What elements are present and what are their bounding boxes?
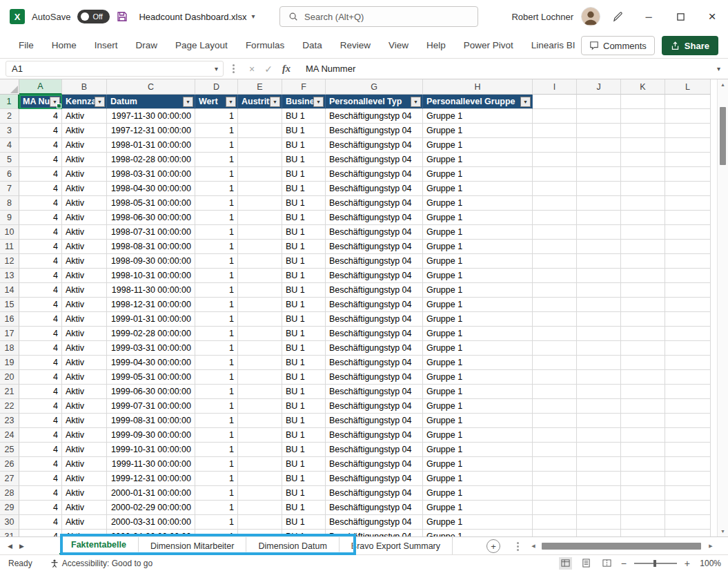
cell[interactable]: 1999-01-31 00:00:00 [107, 312, 195, 327]
ribbon-tab-view[interactable]: View [380, 33, 417, 58]
cell[interactable]: 2000-01-31 00:00:00 [107, 486, 195, 501]
cell-empty[interactable] [533, 443, 577, 457]
ribbon-tab-power-pivot[interactable]: Power Pivot [455, 33, 522, 58]
cell-empty[interactable] [577, 167, 621, 182]
cell[interactable]: 4 [19, 385, 62, 399]
cell[interactable]: 1998-10-31 00:00:00 [107, 269, 195, 283]
cell[interactable]: BU 1 [282, 138, 326, 153]
cell[interactable]: 1 [195, 341, 238, 356]
cell[interactable] [238, 443, 282, 457]
cell[interactable]: Aktiv [62, 501, 107, 515]
cell-empty[interactable] [665, 443, 711, 457]
cell-empty[interactable] [621, 153, 665, 167]
cell[interactable]: 1 [195, 196, 238, 211]
cell[interactable]: BU 1 [282, 225, 326, 240]
row-header-20[interactable]: 20 [0, 370, 19, 385]
cell[interactable]: 2000-04-30 00:00:00 [107, 530, 195, 536]
cell[interactable] [238, 167, 282, 182]
cell-empty[interactable] [533, 196, 577, 211]
cell[interactable]: 1998-06-30 00:00:00 [107, 211, 195, 225]
row-header-26[interactable]: 26 [0, 457, 19, 472]
cell[interactable]: BU 1 [282, 341, 326, 356]
cell[interactable]: Aktiv [62, 225, 107, 240]
ribbon-tab-data[interactable]: Data [293, 33, 331, 58]
cell[interactable]: 4 [19, 414, 62, 428]
cell-empty[interactable] [621, 515, 665, 530]
row-header-10[interactable]: 10 [0, 225, 19, 240]
cell[interactable]: Aktiv [62, 515, 107, 530]
ribbon-tab-page-layout[interactable]: Page Layout [166, 33, 237, 58]
cell[interactable]: BU 1 [282, 109, 326, 124]
cell-empty[interactable] [665, 530, 711, 536]
cell[interactable]: Aktiv [62, 356, 107, 370]
cell[interactable]: 1 [195, 211, 238, 225]
cell[interactable]: BU 1 [282, 428, 326, 443]
cell-empty[interactable] [621, 356, 665, 370]
column-header-F[interactable]: F [282, 79, 326, 95]
cell[interactable]: Aktiv [62, 457, 107, 472]
cell[interactable] [238, 196, 282, 211]
cell[interactable]: BU 1 [282, 414, 326, 428]
cell[interactable]: 1 [195, 298, 238, 312]
header-cell-busine[interactable]: Busine▼ [282, 95, 326, 109]
cell-empty[interactable] [665, 457, 711, 472]
row-header-28[interactable]: 28 [0, 486, 19, 501]
cell[interactable]: 4 [19, 196, 62, 211]
cell[interactable] [238, 182, 282, 196]
cell[interactable]: Gruppe 1 [423, 472, 533, 486]
cell-empty[interactable] [577, 515, 621, 530]
cell[interactable]: Beschäftigungstyp 04 [326, 109, 423, 124]
cell[interactable]: Beschäftigungstyp 04 [326, 283, 423, 298]
cell-empty[interactable] [665, 196, 711, 211]
cell[interactable]: Beschäftigungstyp 04 [326, 428, 423, 443]
cell[interactable]: Aktiv [62, 341, 107, 356]
cell[interactable]: 4 [19, 225, 62, 240]
cell-empty[interactable] [577, 530, 621, 536]
cell[interactable] [238, 109, 282, 124]
cell[interactable] [238, 327, 282, 341]
cell[interactable]: 1998-07-31 00:00:00 [107, 225, 195, 240]
user-avatar[interactable] [581, 7, 600, 26]
cell[interactable] [238, 399, 282, 414]
cell-empty[interactable] [533, 370, 577, 385]
cell[interactable]: 1998-05-31 00:00:00 [107, 196, 195, 211]
row-header-15[interactable]: 15 [0, 298, 19, 312]
cell[interactable]: 1 [195, 124, 238, 138]
cell-empty[interactable] [533, 254, 577, 269]
cell-empty[interactable] [577, 312, 621, 327]
view-normal-icon[interactable] [559, 557, 572, 570]
cell[interactable]: Beschäftigungstyp 04 [326, 312, 423, 327]
cell-empty[interactable] [577, 486, 621, 501]
cell[interactable]: BU 1 [282, 370, 326, 385]
cell-empty[interactable] [577, 341, 621, 356]
cell-empty[interactable] [533, 486, 577, 501]
cell[interactable] [238, 472, 282, 486]
cell[interactable]: Beschäftigungstyp 04 [326, 414, 423, 428]
row-header-30[interactable]: 30 [0, 515, 19, 530]
cell[interactable] [238, 530, 282, 536]
cell-empty[interactable] [533, 428, 577, 443]
cell[interactable]: 1 [195, 399, 238, 414]
row-header-16[interactable]: 16 [0, 312, 19, 327]
cell-empty[interactable] [621, 457, 665, 472]
cell[interactable]: BU 1 [282, 254, 326, 269]
header-cell-personallevel-gruppe[interactable]: Personallevel Gruppe▼ [423, 95, 533, 109]
cell-empty[interactable] [665, 428, 711, 443]
cell-empty[interactable] [577, 254, 621, 269]
cell-empty[interactable] [665, 153, 711, 167]
cell[interactable]: 1 [195, 443, 238, 457]
cell-empty[interactable] [533, 341, 577, 356]
cell-empty[interactable] [621, 472, 665, 486]
cell-empty[interactable] [665, 109, 711, 124]
cell[interactable]: 1 [195, 385, 238, 399]
cell[interactable]: BU 1 [282, 153, 326, 167]
cell[interactable]: Aktiv [62, 269, 107, 283]
workbook-title[interactable]: Headcount Dashboard.xlsx ▾ [139, 12, 255, 22]
header-cell-wert[interactable]: Wert▼ [195, 95, 238, 109]
cell[interactable]: 4 [19, 443, 62, 457]
cell[interactable] [238, 240, 282, 254]
cell[interactable]: 1 [195, 167, 238, 182]
cell[interactable]: Gruppe 1 [423, 327, 533, 341]
cell[interactable]: Gruppe 1 [423, 312, 533, 327]
cell[interactable]: 1997-12-31 00:00:00 [107, 124, 195, 138]
